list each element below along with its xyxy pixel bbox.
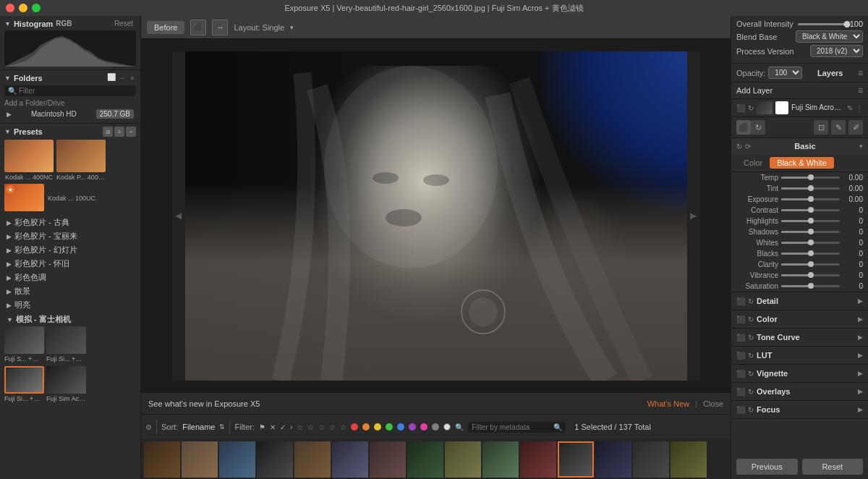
filter-gray-dot[interactable] bbox=[432, 423, 439, 431]
film-thumb-15[interactable] bbox=[671, 441, 707, 478]
layers-menu-icon[interactable]: ≡ bbox=[858, 68, 863, 78]
settings-icon[interactable]: ⚙ bbox=[145, 423, 152, 431]
film-thumb-6[interactable] bbox=[332, 441, 368, 478]
highlights-slider[interactable] bbox=[781, 220, 840, 222]
presets-collapse-icon[interactable]: ▼ bbox=[4, 128, 11, 135]
histogram-collapse-icon[interactable]: ▼ bbox=[4, 20, 11, 27]
refresh-tool[interactable]: ↻ bbox=[751, 120, 765, 135]
whats-new-link[interactable]: What's New bbox=[647, 399, 689, 408]
folders-plus-icon[interactable]: ＋ bbox=[129, 73, 136, 83]
film-thumb-2[interactable] bbox=[182, 441, 218, 478]
layout-icon[interactable]: ↔ bbox=[212, 20, 228, 35]
metadata-search-input[interactable] bbox=[472, 423, 551, 431]
add-layer-menu-icon[interactable]: ≡ bbox=[858, 85, 863, 96]
lut-section[interactable]: ⬛ ↻ LUT ▶ bbox=[731, 347, 868, 365]
layer-edit-icon[interactable]: ✎ bbox=[847, 104, 853, 112]
list-view-icon[interactable]: ≡ bbox=[114, 127, 124, 137]
histogram-reset-button[interactable]: Reset bbox=[111, 19, 136, 28]
filter-green-dot[interactable] bbox=[386, 423, 393, 431]
saturation-slider[interactable] bbox=[781, 285, 840, 287]
vignette-section[interactable]: ⬛ ↻ Vignette ▶ bbox=[731, 365, 868, 383]
category-vintage[interactable]: ▶ 彩色胶片 - 怀旧 bbox=[4, 257, 136, 271]
category-color-tone[interactable]: ▶ 彩色色调 bbox=[4, 271, 136, 284]
detail-section[interactable]: ⬛ ↻ Detail ▶ bbox=[731, 292, 868, 310]
filter-white-dot[interactable] bbox=[443, 423, 451, 431]
overall-intensity-slider[interactable] bbox=[798, 23, 847, 25]
flag-filter[interactable]: ⚑ bbox=[259, 423, 265, 431]
crop-tool[interactable]: ⬛ bbox=[736, 120, 751, 135]
folder-search-input[interactable] bbox=[19, 87, 132, 95]
film-thumb-5[interactable] bbox=[294, 441, 331, 478]
previous-button[interactable]: Previous bbox=[736, 459, 798, 475]
before-button[interactable]: Before bbox=[147, 21, 184, 34]
basic-reset-icon[interactable]: ⟳ bbox=[745, 143, 751, 151]
film-preset-2[interactable]: Fuji Si... +绿色滤镜 bbox=[46, 326, 86, 364]
basic-refresh-icon[interactable]: ↻ bbox=[736, 143, 742, 151]
layer-item[interactable]: ⬛ ↻ Fuji Sim Acros + 黄... ✎ ⋮ bbox=[731, 99, 868, 117]
category-bokeh[interactable]: ▶ 散景 bbox=[4, 284, 136, 298]
check-filter[interactable]: ✓ bbox=[280, 423, 286, 431]
add-layer-label[interactable]: Add Layer bbox=[736, 86, 773, 95]
film-thumb-1[interactable] bbox=[144, 441, 180, 478]
color-tab[interactable]: Color bbox=[736, 157, 770, 169]
category-polaroid[interactable]: ▶ 彩色胶片 - 宝丽来 bbox=[4, 229, 136, 243]
shadows-slider[interactable] bbox=[781, 231, 840, 233]
film-thumb-8[interactable] bbox=[407, 441, 443, 478]
film-thumb-3[interactable] bbox=[219, 441, 255, 478]
film-thumb-10[interactable] bbox=[482, 441, 519, 478]
opacity-select[interactable]: 100 bbox=[768, 67, 802, 79]
layout-dropdown-arrow[interactable]: ▾ bbox=[290, 24, 294, 31]
star-4[interactable]: ☆ bbox=[329, 423, 336, 431]
x-filter[interactable]: ✕ bbox=[270, 423, 276, 431]
grid-view-icon[interactable]: ⊞ bbox=[103, 127, 113, 137]
overlays-section[interactable]: ⬛ ↻ Overlays ▶ bbox=[731, 383, 868, 401]
folders-minus-icon[interactable]: － bbox=[119, 73, 126, 83]
filter-orange-dot[interactable] bbox=[362, 423, 370, 431]
filter-blue-dot[interactable] bbox=[397, 423, 404, 431]
add-preset-icon[interactable]: + bbox=[126, 127, 136, 137]
right-resize-handle[interactable]: ▶ bbox=[687, 51, 700, 381]
maximize-button[interactable] bbox=[32, 4, 41, 12]
layer-more-icon[interactable]: ⋮ bbox=[856, 104, 863, 112]
film-thumb-4[interactable] bbox=[257, 441, 293, 478]
tone-curve-section[interactable]: ⬛ ↻ Tone Curve ▶ bbox=[731, 328, 868, 347]
layer-refresh-icon[interactable]: ↻ bbox=[748, 104, 754, 112]
folders-collapse-icon[interactable]: ▼ bbox=[4, 75, 11, 82]
star-5[interactable]: ☆ bbox=[340, 423, 346, 431]
minimize-button[interactable] bbox=[19, 4, 27, 12]
pen-icon[interactable]: ✐ bbox=[848, 120, 863, 135]
reset-button[interactable]: Reset bbox=[802, 459, 864, 475]
category-slide[interactable]: ▶ 彩色胶片 - 幻灯片 bbox=[4, 243, 136, 257]
basic-panel-arrow[interactable]: ▾ bbox=[859, 143, 863, 150]
sort-value[interactable]: Filename bbox=[182, 423, 215, 431]
selected-preset[interactable]: ★ Kodak ... 100UC bbox=[4, 184, 136, 211]
left-resize-handle[interactable]: ◀ bbox=[172, 51, 185, 381]
focus-section[interactable]: ⬛ ↻ Focus ▶ bbox=[731, 401, 868, 419]
filter-red-dot[interactable] bbox=[351, 423, 358, 431]
window-controls[interactable] bbox=[6, 4, 41, 12]
filter-purple-dot[interactable] bbox=[409, 423, 416, 431]
drive-collapse-icon[interactable]: ▶ bbox=[7, 111, 12, 118]
film-thumb-7[interactable] bbox=[370, 441, 406, 478]
film-thumb-11[interactable] bbox=[520, 441, 556, 478]
filter-pink-dot[interactable] bbox=[420, 423, 427, 431]
film-preset-3[interactable]: Fuji Si... +黄色滤镜 bbox=[4, 366, 44, 404]
compare-icon[interactable]: ⬛ bbox=[190, 20, 206, 35]
film-thumb-13[interactable] bbox=[595, 441, 631, 478]
search-filter-icon[interactable]: 🔍 bbox=[455, 423, 464, 431]
folders-icon1[interactable]: ⬜ bbox=[107, 73, 116, 83]
film-preset-1[interactable]: Fuji S... +红色滤镜 bbox=[4, 326, 44, 364]
basic-panel-header[interactable]: ↻ ⟳ Basic ▾ bbox=[731, 138, 868, 154]
color-section[interactable]: ⬛ ↻ Color ▶ bbox=[731, 310, 868, 328]
close-notification-link[interactable]: Close bbox=[703, 399, 723, 408]
arrow-filter[interactable]: › bbox=[290, 423, 292, 431]
film-thumb-14[interactable] bbox=[633, 441, 669, 478]
vibrance-slider[interactable] bbox=[781, 274, 840, 276]
crop-icon[interactable]: ⊡ bbox=[814, 120, 828, 135]
close-button[interactable] bbox=[6, 4, 14, 12]
tint-slider[interactable] bbox=[781, 187, 840, 190]
whites-slider[interactable] bbox=[781, 242, 840, 244]
sort-arrows[interactable]: ⇅ bbox=[219, 423, 225, 431]
category-ancient[interactable]: ▶ 彩色胶片 - 古典 bbox=[4, 216, 136, 229]
clarity-slider[interactable] bbox=[781, 263, 840, 266]
